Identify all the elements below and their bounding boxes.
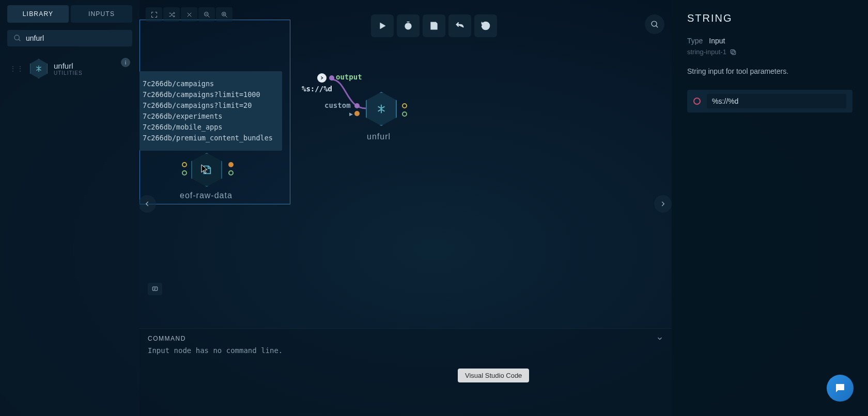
intercom-launcher[interactable]	[827, 375, 854, 402]
output-port[interactable]	[329, 75, 334, 81]
inspector-id: string-input-1	[687, 48, 726, 56]
canvas-search-button[interactable]	[645, 14, 664, 34]
command-title: COMMAND	[148, 335, 186, 342]
url-list-panel: 7c266db/campaigns 7c266db/campaigns?limi…	[140, 71, 282, 151]
canvas-prev-button[interactable]	[140, 195, 156, 213]
tab-inputs[interactable]: INPUTS	[71, 5, 132, 23]
eof-in-port-2[interactable]	[182, 170, 187, 175]
svg-rect-8	[732, 51, 736, 54]
play-button[interactable]	[371, 14, 394, 37]
node-unfurl[interactable]	[366, 92, 397, 126]
inspector-panel: STRING Type Input string-input-1 String …	[672, 0, 868, 416]
zoom-out-button[interactable]	[198, 7, 215, 22]
output-label: output	[336, 73, 362, 81]
library-item-name: unfurl	[54, 61, 83, 70]
url-list-line: 7c266db/premium_content_bundles	[143, 134, 273, 142]
tab-library[interactable]: LIBRARY	[7, 5, 69, 23]
svg-rect-2	[152, 287, 157, 291]
copy-icon[interactable]	[730, 49, 737, 56]
svg-line-7	[656, 25, 658, 27]
eof-out-port-2[interactable]	[228, 170, 234, 175]
search-box[interactable]	[7, 30, 132, 46]
svg-point-6	[652, 21, 657, 26]
output-connector-badge[interactable]	[317, 73, 327, 83]
svg-line-1	[19, 39, 20, 41]
url-list-line: 7c266db/campaigns?limit=1000	[143, 90, 260, 99]
dock-tooltip: Visual Studio Code	[458, 369, 529, 382]
command-panel: COMMAND Input node has no command line.	[140, 328, 672, 416]
custom-label: custom	[324, 101, 351, 109]
field-port-icon	[693, 98, 701, 105]
node-eof-raw-data[interactable]	[191, 153, 222, 187]
svg-rect-9	[731, 50, 734, 53]
url-list-line: 7c266db/campaigns	[143, 79, 214, 88]
sidebar-tabs: LIBRARY INPUTS	[7, 5, 132, 23]
inspector-value-input[interactable]	[707, 94, 846, 108]
svg-point-0	[14, 35, 19, 40]
eof-out-port-1[interactable]	[228, 162, 234, 167]
fullscreen-button[interactable]	[146, 7, 162, 22]
chevron-down-icon[interactable]	[656, 335, 663, 342]
custom-port-purple[interactable]	[354, 103, 360, 108]
format-string-label: %s://%d	[302, 85, 332, 93]
library-item-category: UTILITIES	[54, 70, 83, 76]
info-icon[interactable]: i	[121, 58, 130, 67]
search-icon	[13, 34, 22, 42]
url-list-line: 7c266db/campaigns?limit=20	[143, 101, 252, 109]
inspector-type-value: Input	[709, 37, 725, 45]
canvas-next-button[interactable]	[654, 195, 672, 213]
node-eof-label: eof-raw-data	[180, 191, 233, 200]
canvas-toolbar	[146, 7, 233, 22]
close-button[interactable]	[181, 7, 197, 22]
node-unfurl-label: unfurl	[367, 132, 391, 141]
play-triangle-icon: ▶	[349, 111, 353, 117]
shuffle-button[interactable]	[163, 7, 180, 22]
canvas[interactable]: 7c266db/campaigns 7c266db/campaigns?limi…	[140, 0, 672, 416]
search-input[interactable]	[26, 34, 126, 42]
url-list-line: 7c266db/experiments	[143, 112, 222, 120]
url-list-line: 7c266db/mobile_apps	[143, 123, 222, 131]
command-body: Input node has no command line.	[140, 346, 672, 355]
unfurl-out-port-2[interactable]	[402, 111, 407, 117]
unfurl-out-port-1[interactable]	[402, 103, 407, 108]
undo-button[interactable]	[448, 14, 471, 37]
drag-grip-icon[interactable]: ⋮⋮	[9, 65, 24, 73]
inspector-value-field[interactable]	[687, 90, 853, 113]
custom-port-orange[interactable]	[354, 111, 360, 116]
inspector-title: STRING	[687, 12, 853, 24]
comment-chip-button[interactable]	[148, 283, 162, 295]
playback-toolbar	[371, 14, 497, 37]
timer-button[interactable]	[397, 14, 420, 37]
inspector-description: String input for tool parameters.	[687, 67, 853, 75]
save-button[interactable]	[423, 14, 445, 37]
inspector-type-label: Type	[687, 37, 703, 45]
sidebar: LIBRARY INPUTS ⋮⋮ unfurl UTILITIES i	[0, 0, 140, 416]
history-button[interactable]	[474, 14, 497, 37]
library-item-unfurl[interactable]: ⋮⋮ unfurl UTILITIES i	[7, 56, 132, 82]
unfurl-hex-icon	[30, 59, 48, 78]
zoom-in-button[interactable]	[216, 7, 233, 22]
eof-in-port-1[interactable]	[182, 162, 187, 167]
